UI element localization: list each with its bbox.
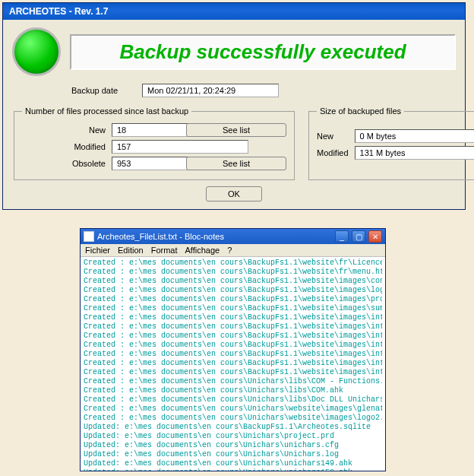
log-line: Created : e:\mes documents\en cours\Back… bbox=[84, 268, 382, 277]
menu-item[interactable]: Fichier bbox=[85, 246, 110, 255]
log-line: Updated: e:\mes documents\en cours\Unich… bbox=[84, 459, 382, 468]
dialog-title: ARCHEOTES - Rev. 1.7 bbox=[9, 6, 108, 17]
processed-group: Number of files processed since last bac… bbox=[14, 106, 295, 180]
obsolete-label: Obsolete bbox=[22, 159, 106, 168]
log-line: Created : e:\mes documents\en cours\Back… bbox=[84, 332, 382, 341]
log-line: Updated: e:\mes documents\en cours\Unich… bbox=[84, 468, 382, 471]
log-line: Updated: e:\mes documents\en cours\Backu… bbox=[84, 423, 382, 432]
size-new-value: 0 M bytes bbox=[355, 129, 474, 143]
log-line: Created : e:\mes documents\en cours\Back… bbox=[84, 286, 382, 295]
close-button[interactable]: ✕ bbox=[368, 230, 382, 243]
minimize-button[interactable]: _ bbox=[335, 230, 349, 243]
notepad-icon bbox=[84, 231, 94, 242]
size-new-label: New bbox=[317, 132, 349, 141]
maximize-button[interactable]: ▢ bbox=[352, 230, 365, 243]
status-banner-text: Backup successfully executed bbox=[119, 40, 406, 63]
notepad-titlebar[interactable]: Archeotes_FileList.txt - Bloc-notes _ ▢ … bbox=[81, 229, 385, 244]
see-list-obsolete-button[interactable]: See list bbox=[186, 157, 286, 170]
ok-button[interactable]: OK bbox=[206, 186, 262, 202]
log-line: Created : e:\mes documents\en cours\Unic… bbox=[84, 414, 382, 423]
menu-item[interactable]: Edition bbox=[118, 246, 144, 255]
log-line: Created : e:\mes documents\en cours\Back… bbox=[84, 277, 382, 286]
log-line: Updated: e:\mes documents\en cours\Unich… bbox=[84, 441, 382, 450]
log-line: Created : e:\mes documents\en cours\Unic… bbox=[84, 405, 382, 414]
log-line: Updated: e:\mes documents\en cours\Unich… bbox=[84, 450, 382, 459]
menu-item[interactable]: Affichage bbox=[185, 246, 220, 255]
size-modified-label: Modified bbox=[317, 148, 349, 157]
notepad-text-area[interactable]: Created : e:\mes documents\en cours\Back… bbox=[81, 257, 385, 471]
log-line: Created : e:\mes documents\en cours\Back… bbox=[84, 350, 382, 359]
log-line: Created : e:\mes documents\en cours\Back… bbox=[84, 341, 382, 350]
log-line: Created : e:\mes documents\en cours\Back… bbox=[84, 313, 382, 322]
modified-value: 157 bbox=[112, 140, 248, 154]
size-legend: Size of backuped files bbox=[317, 106, 404, 116]
log-line: Created : e:\mes documents\en cours\Unic… bbox=[84, 377, 382, 386]
log-line: Created : e:\mes documents\en cours\Back… bbox=[84, 322, 382, 332]
processed-legend: Number of files processed since last bac… bbox=[22, 106, 191, 116]
see-list-new-button[interactable]: See list bbox=[186, 123, 286, 137]
status-led-icon bbox=[12, 27, 61, 76]
new-label: New bbox=[22, 125, 106, 135]
log-line: Created : e:\mes documents\en cours\Back… bbox=[84, 295, 382, 304]
log-line: Updated: e:\mes documents\en cours\Unich… bbox=[84, 432, 382, 441]
dialog-titlebar[interactable]: ARCHEOTES - Rev. 1.7 bbox=[3, 3, 465, 20]
log-line: Created : e:\mes documents\en cours\Back… bbox=[84, 259, 382, 268]
menu-item[interactable]: ? bbox=[227, 246, 232, 255]
log-line: Created : e:\mes documents\en cours\Unic… bbox=[84, 386, 382, 395]
dialog-body: Backup successfully executed Backup date… bbox=[3, 20, 465, 209]
backup-date-label: Backup date bbox=[71, 86, 136, 95]
modified-label: Modified bbox=[22, 142, 106, 151]
backup-date-value: Mon 02/21/11, 20:24:29 bbox=[142, 84, 279, 97]
notepad-window: Archeotes_FileList.txt - Bloc-notes _ ▢ … bbox=[80, 228, 386, 471]
log-line: Created : e:\mes documents\en cours\Back… bbox=[84, 304, 382, 313]
log-line: Created : e:\mes documents\en cours\Unic… bbox=[84, 395, 382, 405]
status-banner: Backup successfully executed bbox=[70, 34, 456, 70]
archeotes-dialog: ARCHEOTES - Rev. 1.7 Backup successfully… bbox=[2, 2, 466, 210]
notepad-title: Archeotes_FileList.txt - Bloc-notes bbox=[97, 232, 332, 241]
size-group: Size of backuped files New 0 M bytes Mod… bbox=[308, 106, 474, 180]
menu-item[interactable]: Format bbox=[151, 246, 178, 255]
log-line: Created : e:\mes documents\en cours\Back… bbox=[84, 368, 382, 377]
size-modified-value: 131 M bytes bbox=[355, 146, 474, 160]
notepad-menubar[interactable]: FichierEditionFormatAffichage? bbox=[81, 244, 385, 257]
log-line: Created : e:\mes documents\en cours\Back… bbox=[84, 359, 382, 368]
